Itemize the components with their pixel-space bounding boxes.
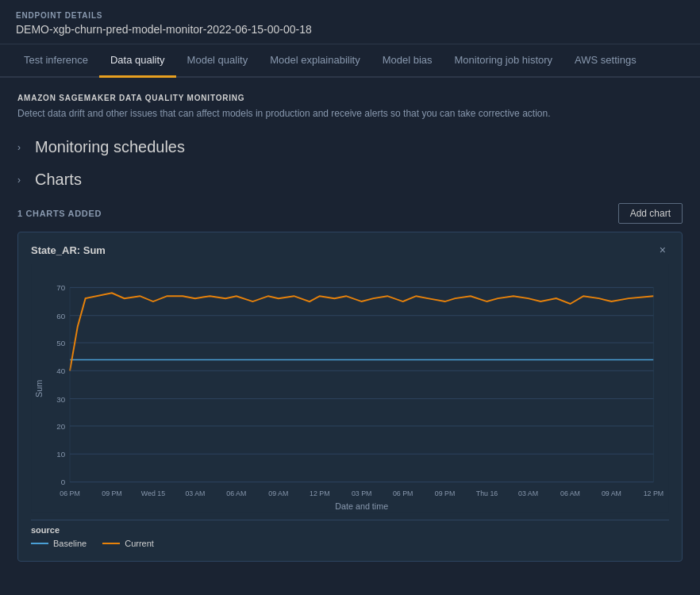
legend-current: Current (102, 539, 154, 548)
monitoring-schedules-title: Monitoring schedules (35, 138, 185, 156)
legend-items: Baseline Current (31, 539, 669, 548)
svg-text:06 PM: 06 PM (393, 489, 413, 497)
tabs-bar: Test inference Data quality Model qualit… (0, 44, 700, 78)
chevron-down-icon: › (17, 175, 29, 186)
svg-text:12 PM: 12 PM (310, 489, 329, 497)
svg-text:70: 70 (56, 283, 65, 292)
endpoint-details-header: ENDPOINT DETAILS DEMO-xgb-churn-pred-mod… (0, 0, 700, 44)
svg-text:Sum: Sum (34, 380, 44, 397)
monitoring-schedules-section: › Monitoring schedules (17, 135, 683, 159)
chart-close-button[interactable]: × (656, 244, 669, 256)
monitoring-description: Detect data drift and other issues that … (17, 106, 683, 121)
chart-svg: Sum 0 10 20 30 40 (31, 264, 669, 513)
svg-text:Date and time: Date and time (335, 501, 388, 511)
charts-toggle[interactable]: › Charts (17, 167, 683, 192)
svg-text:Thu 16: Thu 16 (476, 489, 498, 497)
svg-text:06 AM: 06 AM (560, 489, 580, 497)
endpoint-details-label: ENDPOINT DETAILS (16, 11, 684, 20)
tab-model-bias[interactable]: Model bias (371, 44, 444, 78)
legend-source-label: source (31, 525, 669, 535)
svg-text:60: 60 (56, 312, 65, 321)
svg-text:20: 20 (56, 422, 65, 431)
baseline-line-icon (31, 543, 48, 544)
baseline-label: Baseline (53, 539, 87, 548)
svg-text:09 AM: 09 AM (268, 489, 288, 497)
chevron-right-icon: › (17, 142, 29, 153)
svg-text:Wed 15: Wed 15 (141, 489, 165, 497)
svg-text:09 PM: 09 PM (102, 489, 121, 497)
tab-aws-settings[interactable]: AWS settings (563, 44, 648, 78)
endpoint-name: DEMO-xgb-churn-pred-model-monitor-2022-0… (16, 23, 684, 36)
svg-text:12 PM: 12 PM (644, 489, 663, 497)
chart-card: State_AR: Sum × Sum 0 10 (17, 232, 683, 562)
add-chart-button[interactable]: Add chart (618, 203, 683, 224)
svg-text:06 PM: 06 PM (60, 489, 79, 497)
main-content: AMAZON SAGEMAKER DATA QUALITY MONITORING… (0, 78, 700, 578)
monitoring-section-heading: AMAZON SAGEMAKER DATA QUALITY MONITORING (17, 94, 683, 102)
svg-text:30: 30 (56, 395, 65, 404)
svg-text:10: 10 (56, 450, 65, 459)
current-label: Current (125, 539, 154, 548)
svg-text:40: 40 (56, 367, 65, 375)
svg-text:09 AM: 09 AM (602, 489, 621, 497)
chart-legend: source Baseline Current (31, 520, 669, 548)
legend-baseline: Baseline (31, 539, 87, 548)
tab-monitoring-job-history[interactable]: Monitoring job history (444, 44, 564, 78)
charts-bar: 1 CHARTS ADDED Add chart (17, 203, 683, 224)
chart-area: Sum 0 10 20 30 40 (31, 264, 669, 513)
svg-text:03 PM: 03 PM (352, 489, 371, 497)
chart-title: State_AR: Sum (31, 244, 106, 256)
tab-data-quality[interactable]: Data quality (99, 44, 176, 78)
svg-text:0: 0 (61, 478, 66, 486)
chart-card-header: State_AR: Sum × (31, 244, 669, 256)
current-line-icon (102, 543, 120, 544)
svg-text:09 PM: 09 PM (435, 489, 455, 497)
svg-text:03 AM: 03 AM (185, 489, 205, 497)
charts-count-label: 1 CHARTS ADDED (17, 209, 102, 218)
monitoring-schedules-toggle[interactable]: › Monitoring schedules (17, 135, 683, 159)
tab-model-quality[interactable]: Model quality (176, 44, 260, 78)
charts-section: › Charts (17, 167, 683, 192)
tab-model-explainability[interactable]: Model explainability (259, 44, 371, 78)
svg-text:50: 50 (56, 339, 65, 347)
svg-text:06 AM: 06 AM (226, 489, 246, 497)
svg-text:03 AM: 03 AM (518, 489, 538, 497)
tab-test-inference[interactable]: Test inference (13, 44, 99, 78)
charts-title: Charts (35, 171, 82, 189)
